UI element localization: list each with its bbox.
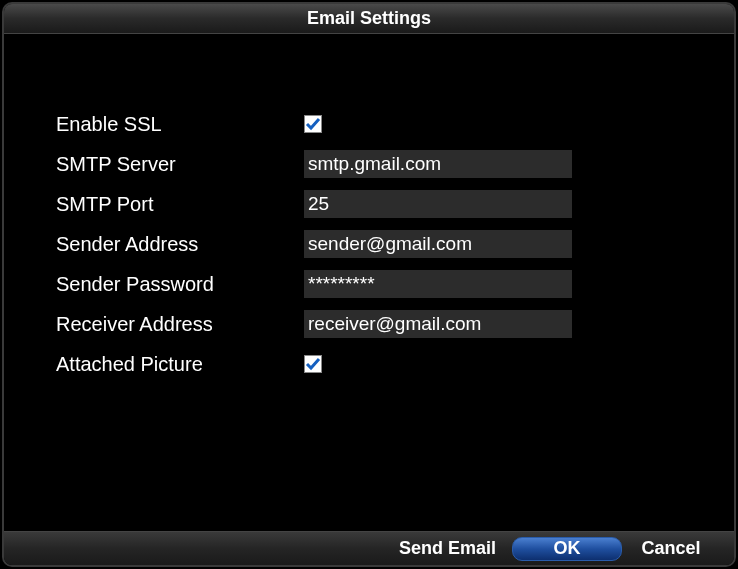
checkbox-enable-ssl[interactable] <box>304 115 322 133</box>
dialog-footer: Send Email OK Cancel <box>4 531 734 565</box>
cancel-button[interactable]: Cancel <box>626 537 716 561</box>
row-smtp-port: SMTP Port <box>56 184 694 224</box>
label-receiver-address: Receiver Address <box>56 313 304 336</box>
input-sender-password[interactable] <box>304 270 572 298</box>
row-sender-address: Sender Address <box>56 224 694 264</box>
label-sender-address: Sender Address <box>56 233 304 256</box>
dialog-title: Email Settings <box>307 8 431 29</box>
check-icon <box>305 356 321 372</box>
row-attached-picture: Attached Picture <box>56 344 694 384</box>
row-smtp-server: SMTP Server <box>56 144 694 184</box>
ok-button[interactable]: OK <box>512 537 622 561</box>
row-enable-ssl: Enable SSL <box>56 104 694 144</box>
row-receiver-address: Receiver Address <box>56 304 694 344</box>
dialog-content: Enable SSL SMTP Server SMTP Port Sender … <box>4 34 734 531</box>
label-attached-picture: Attached Picture <box>56 353 304 376</box>
input-receiver-address[interactable] <box>304 310 572 338</box>
email-settings-dialog: Email Settings Enable SSL SMTP Server SM… <box>2 2 736 567</box>
check-icon <box>305 116 321 132</box>
label-enable-ssl: Enable SSL <box>56 113 304 136</box>
input-sender-address[interactable] <box>304 230 572 258</box>
input-smtp-port[interactable] <box>304 190 572 218</box>
label-smtp-server: SMTP Server <box>56 153 304 176</box>
input-smtp-server[interactable] <box>304 150 572 178</box>
dialog-titlebar: Email Settings <box>4 4 734 34</box>
row-sender-password: Sender Password <box>56 264 694 304</box>
label-sender-password: Sender Password <box>56 273 304 296</box>
label-smtp-port: SMTP Port <box>56 193 304 216</box>
checkbox-attached-picture[interactable] <box>304 355 322 373</box>
send-email-button[interactable]: Send Email <box>387 537 508 561</box>
